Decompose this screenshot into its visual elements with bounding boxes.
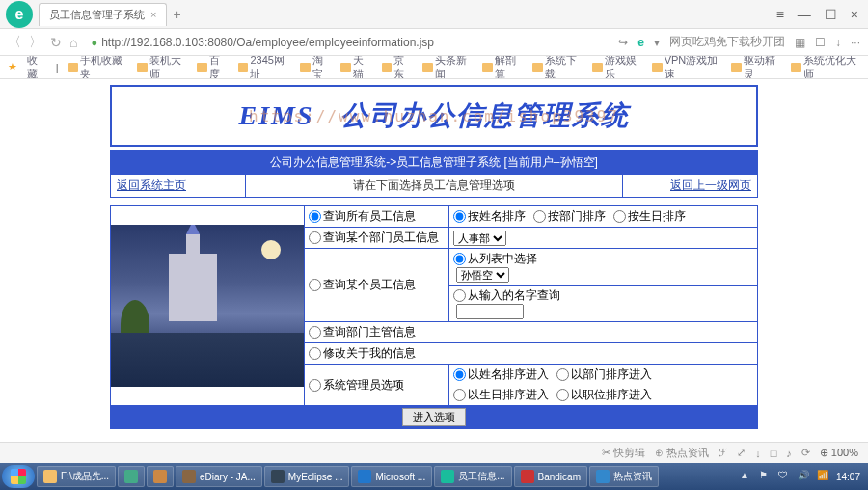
- bookmark-item[interactable]: 头条新闻: [422, 56, 473, 79]
- bookmark-item[interactable]: 驱动精灵: [731, 56, 781, 79]
- bookmark-item[interactable]: 装机大师: [137, 56, 187, 79]
- window-maximize-icon[interactable]: ☐: [825, 7, 837, 22]
- task-item[interactable]: [118, 466, 145, 487]
- grid-icon[interactable]: ▦: [795, 36, 805, 49]
- radio-sort-name[interactable]: 按姓名排序: [453, 208, 526, 225]
- breadcrumb: 公司办公信息管理系统->员工信息管理子系统 [当前用户–孙悟空]: [111, 151, 758, 175]
- radio-query-supervisor[interactable]: 查询部门主管信息: [309, 324, 753, 340]
- system-tray[interactable]: ▲ ⚑ 🛡 🔊 📶 14:07: [740, 470, 866, 483]
- status-bar: ✂ 快剪辑 ⊕ 热点资讯 ℱ ⤢ ↓ □ ♪ ⟳ ⊕ 100%: [0, 442, 868, 463]
- task-item[interactable]: 员工信息...: [434, 466, 511, 487]
- task-item[interactable]: [147, 466, 174, 487]
- page-content: EIMS 公司办公信息管理系统 https://www.huzhan.com/i…: [0, 79, 868, 429]
- radio-admin-position[interactable]: 以职位排序进入: [556, 387, 652, 403]
- radio-modify-mine[interactable]: 修改关于我的信息: [309, 345, 753, 362]
- download-icon[interactable]: ↓: [835, 36, 841, 49]
- tray-icon[interactable]: 🔊: [798, 470, 811, 483]
- options-table: 查询所有员工信息 按姓名排序 按部门排序 按生日排序 查询某个部门员工信息 人事…: [110, 205, 758, 429]
- url-text: http://192.168.0.103:8080/Oa/employee/em…: [101, 36, 434, 49]
- more-icon[interactable]: ···: [851, 36, 860, 49]
- task-item[interactable]: F:\成品先...: [37, 466, 116, 487]
- radio-query-employee[interactable]: 查询某个员工信息: [309, 277, 445, 293]
- radio-admin-options[interactable]: 系统管理员选项: [309, 377, 445, 394]
- bookmark-item[interactable]: 京东: [382, 56, 413, 79]
- status-item[interactable]: ⊕ 热点资讯: [655, 446, 709, 460]
- tab-close-icon[interactable]: ×: [150, 9, 156, 20]
- bookmark-item[interactable]: 淘宝: [300, 56, 331, 79]
- tab-add-icon[interactable]: +: [173, 7, 180, 22]
- status-icon[interactable]: ⤢: [737, 447, 746, 459]
- status-icon[interactable]: ⟳: [801, 447, 810, 459]
- bookmark-item[interactable]: 系统优化大师: [791, 56, 860, 79]
- radio-from-input[interactable]: 从输入的名字查询: [453, 287, 753, 304]
- address-bar: 〈 〉 ↻ ⌂ ● http://192.168.0.103:8080/Oa/e…: [0, 29, 868, 56]
- task-item[interactable]: MyEclipse ...: [264, 466, 350, 487]
- status-icon[interactable]: ↓: [755, 448, 761, 459]
- employee-select[interactable]: 孙悟空: [456, 267, 509, 283]
- bookmark-item[interactable]: VPN游戏加速: [652, 56, 721, 79]
- engine-icon[interactable]: e: [637, 36, 644, 49]
- tray-icon[interactable]: 📶: [817, 470, 830, 483]
- task-item[interactable]: 热点资讯: [589, 466, 659, 487]
- dept-select[interactable]: 人事部: [453, 231, 506, 246]
- radio-query-dept[interactable]: 查询某个部门员工信息: [309, 230, 445, 246]
- separator: |: [56, 62, 59, 73]
- chevron-down-icon[interactable]: ▾: [654, 36, 660, 49]
- bookmark-item[interactable]: 手机收藏夹: [68, 56, 128, 79]
- task-item[interactable]: eDiary - JA...: [176, 466, 262, 487]
- favorites-icon[interactable]: ★: [8, 61, 17, 73]
- nav-forward-icon[interactable]: 〉: [29, 34, 42, 51]
- window-minimize-icon[interactable]: —: [798, 7, 811, 22]
- status-item[interactable]: ✂ 快剪辑: [602, 446, 645, 460]
- browser-titlebar: e 员工信息管理子系统 × + ≡ — ☐ ×: [0, 0, 868, 29]
- lock-icon: ●: [91, 37, 97, 48]
- radio-sort-birth[interactable]: 按生日排序: [613, 208, 686, 225]
- banner: EIMS 公司办公信息管理系统 https://www.huzhan.com/i…: [110, 85, 758, 147]
- zoom-level[interactable]: ⊕ 100%: [820, 447, 858, 459]
- instruction-text: 请在下面选择员工信息管理选项: [246, 175, 623, 198]
- addr-hint[interactable]: 网页吃鸡免下载秒开团: [669, 34, 785, 50]
- tab-title: 员工信息管理子系统: [49, 8, 145, 22]
- radio-sort-dept[interactable]: 按部门排序: [533, 208, 606, 225]
- bookmark-item[interactable]: 2345网址: [238, 56, 290, 79]
- tray-time[interactable]: 14:07: [836, 472, 860, 482]
- status-icon[interactable]: □: [771, 448, 777, 459]
- radio-query-all[interactable]: 查询所有员工信息: [309, 208, 445, 225]
- browser-tab[interactable]: 员工信息管理子系统 ×: [39, 3, 167, 26]
- radio-admin-dept[interactable]: 以部门排序进入: [556, 367, 652, 383]
- url-input[interactable]: ● http://192.168.0.103:8080/Oa/employee/…: [85, 34, 610, 51]
- bookmark-icon[interactable]: ☐: [815, 36, 826, 49]
- browser-logo-icon: e: [6, 1, 33, 28]
- task-item[interactable]: Microsoft ...: [351, 466, 432, 487]
- bookmark-item[interactable]: 解剖算: [482, 56, 523, 79]
- bookmark-item[interactable]: 收藏: [27, 56, 46, 79]
- submit-button[interactable]: 进入选项: [402, 408, 466, 426]
- bookmark-item[interactable]: 百度: [197, 56, 228, 79]
- nav-refresh-icon[interactable]: ↻: [50, 35, 62, 50]
- tray-icon[interactable]: ▲: [740, 470, 753, 483]
- decorative-image: [111, 225, 304, 387]
- task-item[interactable]: Bandicam: [514, 466, 587, 487]
- share-icon[interactable]: ↪: [618, 36, 628, 49]
- radio-admin-birth[interactable]: 以生日排序进入: [453, 387, 549, 403]
- start-button[interactable]: [2, 465, 35, 488]
- radio-admin-name[interactable]: 以姓名排序进入: [453, 367, 549, 383]
- status-icon[interactable]: ♪: [786, 448, 792, 459]
- back-up-link[interactable]: 返回上一级网页: [670, 178, 751, 192]
- nav-home-icon[interactable]: ⌂: [69, 35, 77, 50]
- bookmarks-bar: ★ 收藏 | 手机收藏夹 装机大师 百度 2345网址 淘宝 天猫 京东 头条新…: [0, 56, 868, 79]
- bookmark-item[interactable]: 天猫: [340, 56, 371, 79]
- employee-name-input[interactable]: [456, 304, 524, 319]
- radio-from-list[interactable]: 从列表中选择: [453, 251, 753, 267]
- bookmark-item[interactable]: 游戏娱乐: [592, 56, 642, 79]
- tray-icon[interactable]: 🛡: [778, 470, 792, 483]
- window-menu-icon[interactable]: ≡: [776, 7, 784, 22]
- back-home-link[interactable]: 返回系统主页: [117, 178, 186, 192]
- window-close-icon[interactable]: ×: [851, 7, 858, 22]
- bookmark-item[interactable]: 系统下载: [532, 56, 583, 79]
- status-icon[interactable]: ℱ: [719, 447, 727, 459]
- tray-icon[interactable]: ⚑: [759, 470, 773, 483]
- watermark: https://www.huzhan.com/ishop39397: [249, 107, 619, 125]
- nav-back-icon[interactable]: 〈: [8, 34, 21, 51]
- taskbar: F:\成品先... eDiary - JA... MyEclipse ... M…: [0, 463, 868, 490]
